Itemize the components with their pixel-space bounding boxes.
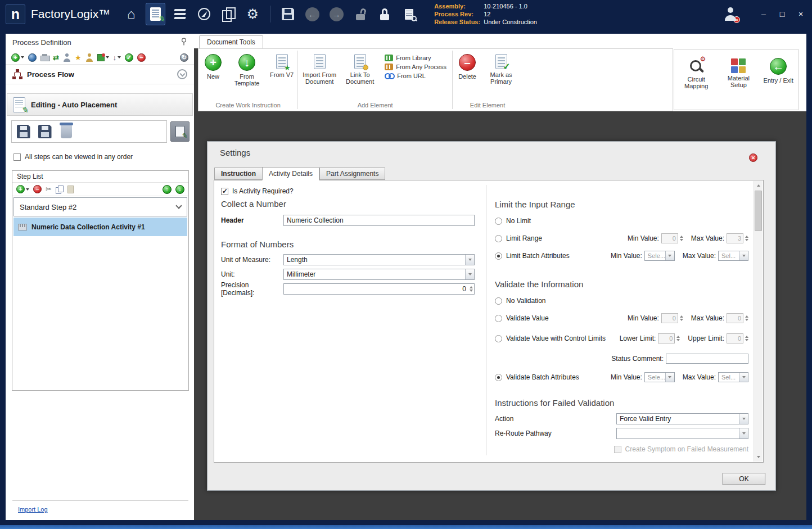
process-definition-module-button[interactable]: ✎ [146, 3, 165, 25]
action-select[interactable]: Force Valid Entry [616, 413, 748, 424]
paste-button[interactable] [67, 186, 74, 193]
maximize-button[interactable]: □ [778, 10, 787, 19]
all-steps-checkbox-row[interactable]: All steps can be viewed in any order [13, 153, 194, 161]
format-heading-row: Format of Numbers [221, 238, 294, 250]
limit-batch-attributes-radio[interactable] [495, 252, 502, 260]
new-icon: + [205, 54, 222, 71]
limit-range-radio[interactable] [495, 235, 502, 242]
pin-icon[interactable] [181, 38, 187, 47]
lock-button[interactable] [375, 3, 394, 25]
dialog-close-icon[interactable]: ✕ [749, 153, 757, 162]
delete-element-button[interactable]: – Delete [454, 50, 481, 81]
transfer-button[interactable]: ⇄ [53, 54, 59, 61]
app-body: Process Definition + ⇄ ★ ↓ ✓ – ↻ [0, 28, 812, 520]
delete-step-button[interactable] [57, 123, 75, 141]
export-button[interactable]: ↓ [113, 54, 121, 61]
ribbon-tab-row: Document Tools [194, 34, 806, 48]
copy-button[interactable] [56, 186, 64, 193]
dialog-scrollbar[interactable] [754, 181, 763, 462]
start-button[interactable]: ✓ [125, 53, 133, 62]
user-gold-button[interactable] [85, 53, 93, 62]
from-library-button[interactable]: From Library [385, 55, 446, 61]
award-button[interactable]: ★ [75, 54, 82, 61]
limit-batch-max-select[interactable]: Sel... [718, 251, 748, 261]
tab-activity-details[interactable]: Activity Details [262, 167, 319, 180]
unlock-button[interactable] [351, 3, 370, 25]
edit-panel-toggle-button[interactable]: ✎ [170, 121, 190, 142]
from-v7-button[interactable]: ★ From V7 [267, 50, 296, 79]
process-flow-row[interactable]: Process Flow [6, 64, 194, 84]
scroll-down-icon[interactable] [754, 453, 763, 462]
home-button[interactable]: ⌂ [121, 3, 141, 25]
process-flow-label: Process Flow [27, 70, 74, 79]
mark-as-primary-button[interactable]: ✓ Mark as Primary [481, 50, 521, 86]
unit-of-measure-select[interactable]: Length [283, 254, 475, 265]
circuit-mapping-button[interactable]: ⚙ Circuit Mapping [676, 54, 716, 91]
validate-value-radio[interactable] [495, 315, 502, 322]
save-button[interactable] [278, 3, 297, 25]
activity-list-item-selected[interactable]: Numeric Data Collection Activity #1 [13, 218, 187, 236]
globe-button[interactable] [28, 53, 37, 62]
spinner-arrows-icon[interactable] [470, 286, 473, 292]
from-any-process-button[interactable]: From Any Process [385, 64, 446, 70]
activity-required-checkbox[interactable] [221, 188, 228, 195]
header-input[interactable] [283, 215, 475, 226]
scrollbar-thumb[interactable] [755, 191, 762, 231]
remove-activity-button[interactable]: – [33, 185, 42, 193]
stop-button[interactable]: – [137, 53, 146, 62]
link-to-document-button[interactable]: Link To Document [340, 50, 380, 86]
cut-button[interactable]: ✂ [46, 186, 52, 193]
sidebar-header: Process Definition [6, 34, 194, 51]
entry-exit-button[interactable]: ← Entry / Exit [761, 54, 796, 85]
tab-document-tools[interactable]: Document Tools [199, 35, 263, 48]
from-template-button[interactable]: ↓ From Template [227, 50, 267, 88]
no-validation-radio[interactable] [495, 297, 502, 305]
validate-batch-max-select[interactable]: Sel... [718, 372, 748, 382]
all-steps-checkbox[interactable] [13, 153, 21, 161]
user-button[interactable] [63, 53, 71, 62]
ok-button[interactable]: OK [723, 473, 765, 485]
unit-select[interactable]: Millimeter [283, 269, 475, 280]
step-selector[interactable]: Standard Step #2 [13, 197, 187, 216]
import-step-button[interactable]: ↑ [35, 123, 54, 141]
print-button[interactable] [40, 54, 49, 61]
navigation-button[interactable] [195, 3, 214, 25]
tab-part-assignments[interactable]: Part Assignments [319, 168, 385, 180]
user-logout-button[interactable]: × [724, 7, 737, 21]
import-log-link[interactable]: Import Log [18, 506, 48, 513]
new-button[interactable]: + New [200, 50, 227, 81]
move-down-button[interactable]: ↓ [175, 185, 184, 194]
status-comment-input[interactable] [666, 354, 748, 364]
collapse-down-icon[interactable] [177, 69, 187, 79]
tab-instruction[interactable]: Instruction [214, 168, 262, 180]
reroute-select[interactable] [616, 428, 748, 439]
import-from-document-button[interactable]: Import From Document [299, 50, 340, 86]
validate-batch-min-select[interactable]: Sele... [644, 372, 675, 382]
documents-button[interactable] [219, 3, 238, 25]
reroute-label: Re-Route Pathway [495, 429, 552, 437]
validate-value-max-spinner: 0 [727, 313, 748, 323]
redo-button[interactable]: → [327, 3, 346, 25]
audit-button[interactable] [399, 3, 418, 25]
settings-button[interactable]: ⚙ [243, 3, 262, 25]
validate-batch-attributes-radio[interactable] [495, 374, 502, 381]
from-url-button[interactable]: From URL [385, 73, 446, 79]
refresh-button[interactable]: ↻ [180, 53, 188, 62]
move-up-button[interactable]: ↑ [163, 185, 172, 194]
package-button[interactable] [97, 54, 109, 61]
close-button[interactable]: × [796, 10, 805, 19]
validate-control-limits-radio[interactable] [495, 335, 502, 342]
precision-spinner[interactable]: 0 [283, 283, 475, 295]
layers-button[interactable] [170, 3, 190, 25]
undo-button[interactable]: ← [303, 3, 322, 25]
add-button[interactable]: + [11, 53, 24, 62]
no-limit-radio[interactable] [495, 218, 502, 225]
scroll-up-icon[interactable] [754, 181, 763, 190]
add-activity-button[interactable]: + [16, 185, 29, 193]
minimize-button[interactable]: – [759, 10, 768, 19]
material-setup-button[interactable]: Material Setup [718, 54, 759, 89]
limit-batch-min-select[interactable]: Sele... [644, 251, 675, 261]
save-step-button[interactable] [14, 123, 33, 141]
logout-x-icon: × [733, 16, 740, 23]
create-symptom-checkbox[interactable] [614, 446, 621, 453]
